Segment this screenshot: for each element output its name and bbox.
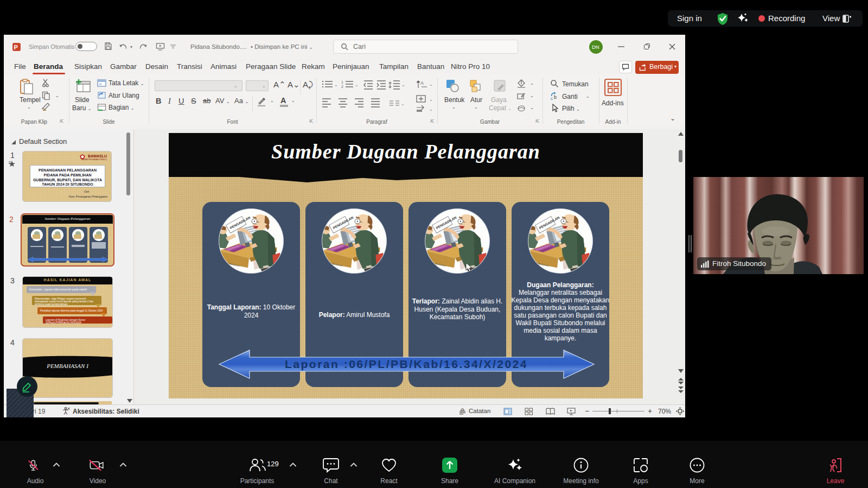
svg-text:⌄: ⌄ [429,82,433,87]
svg-text:⌄: ⌄ [401,102,405,106]
svg-text:b: b [554,94,557,100]
svg-text:2: 2 [341,85,343,88]
svg-text:1: 1 [341,80,343,84]
svg-text:⌄: ⌄ [429,97,433,102]
svg-text:⌄: ⌄ [429,107,433,112]
svg-text:Laporan :06/PL/PB/Kab/16.34/X/: Laporan :06/PL/PB/Kab/16.34/X/2024 [285,358,528,370]
svg-text:⌄: ⌄ [334,83,338,87]
svg-text:⌄: ⌄ [355,83,359,87]
svg-text:⌄: ⌄ [401,83,405,87]
svg-text:A: A [420,80,424,86]
svg-text:c: c [551,96,553,100]
